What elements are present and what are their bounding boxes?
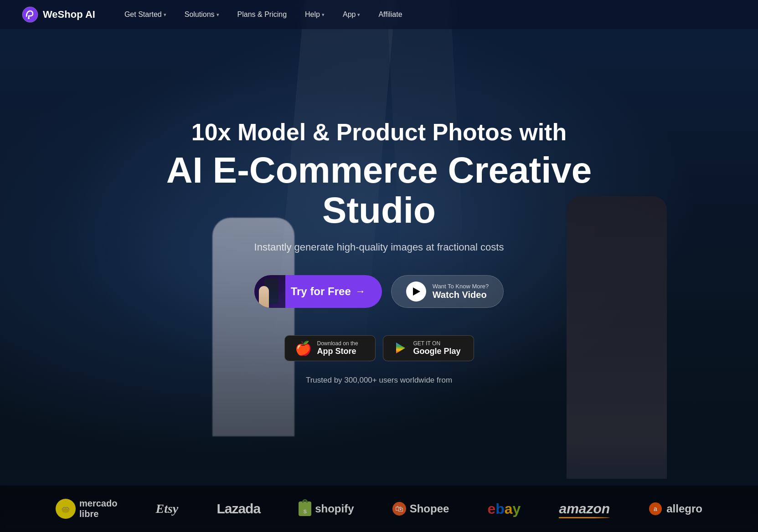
cta-row: Try for Free → Want To Know More? Watch … (147, 275, 612, 308)
brands-row: mercadolibre Etsy Lazada S shopify 🛍 Sho… (0, 486, 758, 532)
hero-content: 10x Model & Product Photos with AI E-Com… (129, 118, 630, 406)
watch-button-text-block: Want To Know More? Watch Video (433, 283, 489, 300)
watch-button-small-text: Want To Know More? (433, 283, 489, 290)
shopee-icon: 🛍 (392, 502, 406, 516)
google-play-text: GET IT ON Google Play (413, 340, 461, 356)
brand-amazon: amazon (559, 501, 610, 517)
hero-subtitle: 10x Model & Product Photos with (147, 118, 612, 146)
svg-marker-2 (396, 343, 405, 353)
nav-label-app: App (343, 10, 356, 19)
mercado-libre-icon (56, 499, 76, 519)
nav-label-help: Help (305, 10, 320, 19)
google-play-button[interactable]: GET IT ON Google Play (383, 335, 474, 361)
store-buttons-row: 🍎 Download on the App Store (147, 335, 612, 361)
app-store-button[interactable]: 🍎 Download on the App Store (284, 335, 376, 361)
hero-title: AI E-Commerce Creative Studio (147, 150, 612, 230)
logo[interactable]: WeShop AI (22, 6, 95, 23)
brand-allegro: a allegro (648, 501, 702, 516)
shopify-handle (302, 499, 308, 503)
nav-label-affiliate: Affiliate (378, 10, 402, 19)
watch-video-button[interactable]: Want To Know More? Watch Video (391, 275, 504, 308)
brand-etsy: Etsy (156, 501, 179, 516)
nav-item-get-started[interactable]: Get Started ▾ (117, 7, 174, 22)
hero-section: 10x Model & Product Photos with AI E-Com… (0, 0, 758, 532)
amazon-wrap: amazon (559, 501, 610, 517)
app-store-small-text: Download on the (317, 340, 358, 347)
nav-links: Get Started ▾ Solutions ▾ Plans & Pricin… (117, 7, 736, 22)
apple-icon: 🍎 (295, 340, 312, 356)
brand-label-allegro: allegro (666, 502, 702, 515)
allegro-icon: a (648, 501, 663, 516)
chevron-down-icon: ▾ (217, 12, 219, 18)
nav-label-solutions: Solutions (185, 10, 215, 19)
shopify-icon: S (299, 501, 311, 516)
try-button-image (254, 275, 285, 308)
try-button-label: Try for Free → (291, 285, 366, 298)
app-store-text: Download on the App Store (317, 340, 358, 356)
nav-item-affiliate[interactable]: Affiliate (371, 7, 409, 22)
brand-label-etsy: Etsy (156, 501, 179, 516)
trust-text: Trusted by 300,000+ users worldwide from (147, 376, 612, 385)
nav-item-help[interactable]: Help ▾ (298, 7, 332, 22)
google-play-main-text: Google Play (413, 347, 461, 356)
app-store-main-text: App Store (317, 347, 356, 356)
nav-label-get-started: Get Started (124, 10, 162, 19)
nav-label-plans: Plans & Pricing (237, 10, 287, 19)
google-play-icon (393, 341, 408, 355)
play-icon (406, 281, 426, 302)
try-for-free-button[interactable]: Try for Free → (254, 275, 382, 308)
logo-text: WeShop AI (43, 9, 95, 20)
play-triangle (413, 287, 420, 296)
brand-shopee: 🛍 Shopee (392, 502, 449, 516)
chevron-down-icon: ▾ (164, 12, 166, 18)
brand-lazada: Lazada (217, 501, 260, 517)
navbar: WeShop AI Get Started ▾ Solutions ▾ Plan… (0, 0, 758, 29)
arrow-right-icon: → (356, 286, 366, 297)
brand-mercado-libre: mercadolibre (56, 498, 117, 519)
svg-point-1 (28, 17, 30, 19)
amazon-arrow-icon (559, 517, 610, 518)
chevron-down-icon: ▾ (322, 12, 325, 18)
brand-label-lazada: Lazada (217, 501, 260, 517)
brand-label-shopify: shopify (315, 502, 354, 515)
try-button-text: Try for Free (291, 285, 351, 298)
svg-point-0 (22, 7, 38, 22)
svg-text:a: a (654, 505, 657, 512)
brand-label-mercado-libre: mercadolibre (79, 498, 117, 519)
hero-description: Instantly generate high-quality images a… (147, 241, 612, 253)
google-play-small-text: GET IT ON (413, 340, 441, 347)
nav-item-plans[interactable]: Plans & Pricing (230, 7, 294, 22)
brand-ebay: ebay (487, 501, 521, 517)
svg-point-4 (62, 508, 69, 513)
watch-button-main-text: Watch Video (433, 290, 487, 300)
brand-shopify: S shopify (299, 501, 354, 516)
chevron-down-icon: ▾ (357, 12, 360, 18)
nav-item-solutions[interactable]: Solutions ▾ (177, 7, 227, 22)
brand-label-amazon: amazon (559, 501, 610, 516)
brand-label-ebay: ebay (487, 501, 521, 517)
nav-item-app[interactable]: App ▾ (335, 7, 367, 22)
brand-label-shopee: Shopee (410, 502, 449, 515)
